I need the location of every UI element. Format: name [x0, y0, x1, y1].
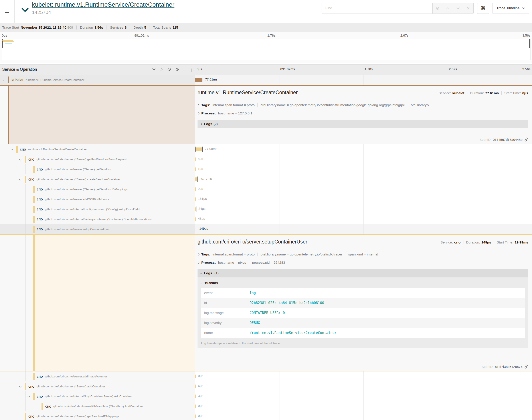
span-duration-bar[interactable] — [195, 177, 197, 181]
logs-accordion[interactable]: Logs (2) — [198, 120, 528, 128]
span-duration-label: 0μs — [198, 187, 203, 191]
span-row[interactable]: criogithub.com/cri-o/cri-o/internal/lib.… — [0, 391, 532, 401]
span-duration-bar[interactable] — [195, 405, 196, 408]
logs-accordion[interactable]: Logs (1) — [198, 269, 528, 277]
span-name-cell[interactable]: criogithub.com/cri-o/cri-o/internal/fact… — [0, 214, 195, 224]
span-timeline-cell[interactable]: 0μs — [195, 401, 532, 411]
span-timeline-cell[interactable]: 151μs — [195, 194, 532, 204]
process-accordion[interactable]: Process: host.name = 127.0.0.1 — [198, 111, 528, 115]
span-duration-bar[interactable] — [195, 394, 196, 398]
span-row[interactable]: criogithub.com/cri-o/cri-o/server.addOCI… — [0, 194, 532, 204]
span-name-cell[interactable]: criogithub.com/cri-o/cri-o/server.(*Serv… — [0, 154, 195, 164]
span-timeline-cell[interactable]: 0μs — [195, 372, 532, 381]
span-duration-bar[interactable] — [195, 414, 196, 418]
indent-guide — [26, 204, 26, 214]
span-duration-bar[interactable] — [195, 197, 196, 201]
back-button[interactable]: ← — [0, 0, 15, 23]
clear-find-icon[interactable] — [463, 3, 473, 14]
chevron-down-icon[interactable] — [11, 148, 13, 150]
span-timeline-cell[interactable]: 77.61ms — [195, 75, 532, 85]
span-row[interactable]: criogithub.com/cri-o/cri-o/server.(*Serv… — [0, 184, 532, 194]
span-row[interactable]: criogithub.com/cri-o/cri-o/server.setupC… — [0, 224, 532, 234]
span-duration-bar[interactable] — [195, 385, 196, 388]
span-row[interactable]: criogithub.com/cri-o/cri-o/server.(*Serv… — [0, 174, 532, 184]
span-row[interactable]: criogithub.com/cri-o/cri-o/server.(*Serv… — [0, 154, 532, 164]
span-duration-bar[interactable] — [195, 78, 203, 82]
span-duration-bar[interactable] — [195, 167, 196, 171]
tags-accordion[interactable]: Tags: internal.span.format = proto otel.… — [198, 103, 528, 107]
span-timeline-cell[interactable]: 24μs — [195, 204, 532, 214]
span-name-cell[interactable]: criogithub.com/cri-o/cri-o/server.(*Serv… — [0, 381, 195, 391]
next-match-icon[interactable] — [453, 3, 463, 14]
log-entry-accordion[interactable]: 19.99ms — [201, 281, 525, 285]
summary-label: Total Spans — [153, 26, 171, 30]
span-timeline-cell[interactable]: 1μs — [195, 164, 532, 174]
span-duration-bar[interactable] — [195, 207, 196, 211]
span-name-cell[interactable]: criogithub.com/cri-o/cri-o/server.(*Serv… — [0, 174, 195, 184]
expand-one-icon[interactable] — [160, 68, 163, 72]
divider — [107, 26, 107, 30]
focus-icon[interactable] — [433, 3, 443, 14]
span-timeline-cell[interactable]: 0μs — [195, 184, 532, 194]
column-resizer-handle[interactable] — [190, 69, 191, 72]
span-name-cell[interactable]: kubeletruntime.v1.RuntimeService/CreateC… — [0, 75, 195, 85]
chevron-down-icon[interactable] — [19, 178, 21, 180]
span-duration-bar[interactable] — [195, 375, 196, 378]
link-icon[interactable] — [524, 365, 528, 369]
span-duration-bar[interactable] — [195, 217, 196, 221]
span-duration-bar[interactable] — [195, 187, 196, 191]
span-row[interactable]: criogithub.com/cri-o/cri-o/server.(*Serv… — [0, 381, 532, 391]
collapse-trace-header-icon[interactable] — [21, 8, 29, 13]
span-name-cell[interactable]: criogithub.com/cri-o/cri-o/internal/lib/… — [0, 401, 195, 411]
chevron-down-icon[interactable] — [19, 158, 21, 161]
span-service-name: crio — [28, 157, 34, 162]
view-selector-button[interactable]: Trace Timeline — [492, 3, 529, 14]
span-timeline-cell[interactable]: 6μs — [195, 381, 532, 391]
span-row[interactable]: criogithub.com/cri-o/cri-o/internal/lib/… — [0, 401, 532, 411]
span-duration-label: 24μs — [198, 207, 205, 210]
span-row[interactable]: criogithub.com/cri-o/cri-o/internal/fact… — [0, 214, 532, 224]
span-row[interactable]: criogithub.com/cri-o/cri-o/internal/conf… — [0, 204, 532, 214]
span-duration-bar[interactable] — [196, 148, 202, 151]
logs-count: (2) — [214, 122, 218, 126]
span-row[interactable]: criogithub.com/cri-o/cri-o/server.(*Serv… — [0, 164, 532, 174]
span-timeline-cell[interactable]: 43μs — [195, 214, 532, 224]
span-timeline-cell[interactable]: 77.08ms — [195, 144, 532, 154]
span-timeline-cell[interactable]: 149μs — [195, 224, 532, 234]
span-timeline-cell[interactable]: 8μs — [195, 154, 532, 164]
span-name-cell[interactable]: criogithub.com/cri-o/cri-o/server.(*Serv… — [0, 411, 195, 420]
prev-match-icon[interactable] — [443, 3, 453, 14]
divider — [257, 103, 258, 107]
span-duration-bar[interactable] — [195, 157, 196, 161]
span-row[interactable]: crioruntime.v1.RuntimeService/CreateCont… — [0, 144, 532, 154]
span-row[interactable]: criogithub.com/cri-o/cri-o/server.addIma… — [0, 372, 532, 381]
span-timeline-cell[interactable]: 0μs — [195, 411, 532, 420]
indent-guide — [17, 401, 17, 411]
trace-title-link[interactable]: kubelet: runtime.v1.RuntimeService/Creat… — [32, 1, 174, 8]
span-name-cell[interactable]: criogithub.com/cri-o/cri-o/internal/conf… — [0, 204, 195, 214]
collapse-one-icon[interactable] — [152, 68, 156, 72]
minimap-canvas[interactable] — [2, 39, 531, 60]
chevron-down-icon[interactable] — [28, 395, 30, 398]
span-name-cell[interactable]: criogithub.com/cri-o/cri-o/server.(*Serv… — [0, 164, 195, 174]
span-name-cell[interactable]: criogithub.com/cri-o/cri-o/server.addOCI… — [0, 194, 195, 204]
find-input[interactable] — [322, 3, 433, 14]
span-name-cell[interactable]: criogithub.com/cri-o/cri-o/internal/lib.… — [0, 391, 195, 401]
span-timeline-cell[interactable]: 20.17ms — [195, 174, 532, 184]
process-accordion[interactable]: Process: host.name = nixos process.pid =… — [198, 261, 528, 265]
chevron-down-icon[interactable] — [19, 385, 21, 388]
minimap-right-handle[interactable] — [529, 39, 530, 48]
span-timeline-cell[interactable]: 3μs — [195, 391, 532, 401]
tags-accordion[interactable]: Tags: internal.span.format = proto otel.… — [198, 252, 528, 256]
collapse-all-icon[interactable] — [167, 68, 171, 72]
link-icon[interactable] — [524, 137, 528, 141]
span-row[interactable]: criogithub.com/cri-o/cri-o/server.(*Serv… — [0, 411, 532, 420]
span-name-cell[interactable]: criogithub.com/cri-o/cri-o/server.addIma… — [0, 372, 195, 381]
span-name-cell[interactable]: criogithub.com/cri-o/cri-o/server.setupC… — [0, 224, 195, 234]
expand-all-icon[interactable] — [175, 68, 179, 72]
chevron-down-icon[interactable] — [2, 79, 5, 81]
span-name-cell[interactable]: crioruntime.v1.RuntimeService/CreateCont… — [0, 144, 195, 154]
span-row[interactable]: kubeletruntime.v1.RuntimeService/CreateC… — [0, 75, 532, 85]
keyboard-shortcuts-button[interactable]: ⌘ — [477, 3, 489, 14]
span-name-cell[interactable]: criogithub.com/cri-o/cri-o/server.(*Serv… — [0, 184, 195, 194]
